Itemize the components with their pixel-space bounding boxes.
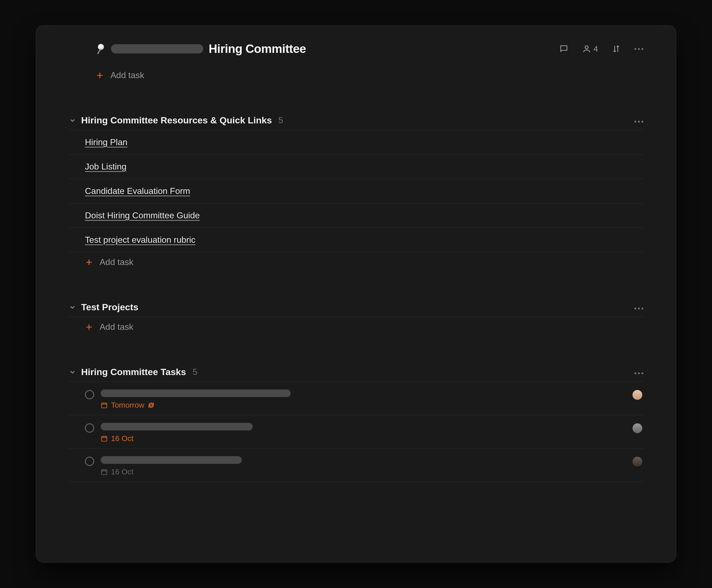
section-hiring-tasks: Hiring Committee Tasks 5 Tomorrow: [69, 367, 643, 482]
task-link[interactable]: Candidate Evaluation Form: [85, 186, 190, 196]
calendar-icon: [101, 468, 108, 476]
calendar-icon: [101, 435, 108, 442]
section-more-button[interactable]: [634, 303, 643, 311]
task-link[interactable]: Hiring Plan: [85, 137, 127, 147]
section-title: Hiring Committee Resources & Quick Links: [81, 115, 272, 126]
more-icon: [634, 372, 643, 374]
add-task-label: Add task: [100, 322, 134, 332]
section-resources: Hiring Committee Resources & Quick Links…: [69, 115, 643, 272]
more-icon: [634, 48, 643, 50]
bottom-fade-overlay: [36, 508, 676, 562]
task-link[interactable]: Test project evaluation rubric: [85, 235, 195, 245]
recurring-icon: [148, 402, 155, 409]
plus-icon: [96, 71, 104, 80]
assignee-avatar[interactable]: [632, 457, 642, 466]
list-item[interactable]: Doist Hiring Committee Guide: [69, 204, 643, 228]
section-test-projects: Test Projects Add task: [69, 302, 643, 337]
task-due-date[interactable]: 16 Oct: [101, 467, 643, 476]
comments-button[interactable]: [559, 44, 568, 54]
task-link[interactable]: Doist Hiring Committee Guide: [85, 210, 200, 220]
section-title: Test Projects: [81, 302, 138, 312]
add-task-label: Add task: [110, 70, 144, 80]
section-count: 5: [279, 115, 283, 125]
task-link[interactable]: Job Listing: [85, 162, 126, 171]
sort-icon: [612, 44, 621, 54]
more-icon: [634, 121, 643, 123]
task-due-date[interactable]: Tomorrow: [101, 401, 643, 410]
task-title-placeholder: [101, 456, 242, 464]
list-item[interactable]: Job Listing: [69, 154, 643, 179]
chevron-down-icon[interactable]: [69, 303, 76, 311]
pin-icon: [96, 44, 105, 54]
project-title: Hiring Committee: [209, 42, 306, 56]
svg-rect-2: [101, 436, 107, 441]
section-more-button[interactable]: [634, 368, 643, 376]
task-checkbox[interactable]: [85, 423, 94, 433]
comment-icon: [559, 44, 568, 54]
add-task-button-section[interactable]: Add task: [69, 317, 643, 337]
add-task-label: Add task: [100, 257, 134, 267]
task-due-date[interactable]: 16 Oct: [101, 434, 643, 443]
assignee-avatar[interactable]: [632, 423, 642, 433]
add-task-button-top[interactable]: Add task: [69, 65, 643, 85]
chevron-down-icon[interactable]: [69, 117, 76, 124]
sort-button[interactable]: [612, 44, 621, 54]
svg-point-0: [585, 46, 588, 49]
task-row[interactable]: 16 Oct: [69, 448, 643, 482]
org-name-placeholder: [111, 44, 203, 54]
task-checkbox[interactable]: [85, 457, 94, 466]
task-title-placeholder: [101, 390, 291, 397]
task-row[interactable]: Tomorrow: [69, 382, 643, 415]
list-item[interactable]: Candidate Evaluation Form: [69, 179, 643, 204]
app-window: Hiring Committee 4: [36, 25, 676, 563]
section-title: Hiring Committee Tasks: [81, 367, 186, 377]
task-row[interactable]: 16 Oct: [69, 415, 643, 448]
project-more-button[interactable]: [634, 48, 643, 50]
task-title-placeholder: [101, 423, 252, 430]
share-button[interactable]: 4: [582, 44, 598, 54]
list-item[interactable]: Test project evaluation rubric: [69, 228, 643, 252]
list-item[interactable]: Hiring Plan: [69, 130, 643, 154]
add-task-button-section[interactable]: Add task: [69, 252, 643, 272]
svg-rect-3: [101, 470, 107, 474]
assignee-avatar[interactable]: [632, 390, 642, 400]
project-header: Hiring Committee 4: [96, 42, 643, 56]
plus-icon: [85, 323, 93, 331]
person-icon: [582, 44, 591, 54]
chevron-down-icon[interactable]: [69, 368, 76, 376]
share-count: 4: [593, 44, 598, 54]
more-icon: [634, 308, 643, 310]
section-count: 5: [192, 367, 198, 377]
svg-rect-1: [101, 403, 107, 408]
calendar-icon: [101, 402, 108, 409]
section-more-button[interactable]: [634, 116, 643, 125]
plus-icon: [85, 258, 93, 266]
task-checkbox[interactable]: [85, 390, 94, 399]
